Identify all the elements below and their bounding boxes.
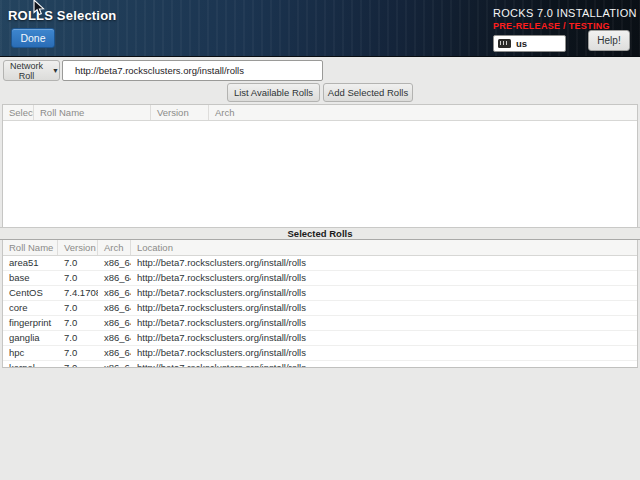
column-header-roll-name[interactable]: Roll Name	[34, 105, 151, 120]
roll-version-cell: 7.4.1708	[58, 286, 98, 300]
chevron-down-icon: ▼	[52, 67, 59, 74]
selected-roll-row[interactable]: core 7.0 x86_64 http://beta7.rockscluste…	[3, 301, 637, 316]
roll-location-cell: http://beta7.rocksclusters.org/install/r…	[131, 271, 637, 285]
roll-arch-cell: x86_64	[98, 316, 131, 330]
keyboard-layout-indicator[interactable]: us	[493, 35, 566, 52]
selected-roll-row[interactable]: kernel 7.0 x86_64 http://beta7.rocksclus…	[3, 361, 637, 368]
roll-location-cell: http://beta7.rocksclusters.org/install/r…	[131, 346, 637, 360]
list-available-rolls-button[interactable]: List Available Rolls	[227, 83, 320, 102]
column-header-select[interactable]: Select	[3, 105, 34, 120]
roll-arch-cell: x86_64	[98, 346, 131, 360]
roll-location-cell: http://beta7.rocksclusters.org/install/r…	[131, 361, 637, 368]
roll-name-cell: core	[3, 301, 58, 315]
selected-roll-row[interactable]: ganglia 7.0 x86_64 http://beta7.rocksclu…	[3, 331, 637, 346]
column-header-version[interactable]: Version	[151, 105, 209, 120]
roll-arch-cell: x86_64	[98, 301, 131, 315]
roll-location-cell: http://beta7.rocksclusters.org/install/r…	[131, 256, 637, 270]
help-button[interactable]: Help!	[588, 30, 630, 51]
product-title: ROCKS 7.0 INSTALLATION	[493, 7, 637, 19]
column-header-roll-name[interactable]: Roll Name	[3, 240, 58, 255]
roll-version-cell: 7.0	[58, 361, 98, 368]
roll-name-cell: CentOS	[3, 286, 58, 300]
available-rolls-table: Select Roll Name Version Arch	[2, 104, 638, 227]
roll-arch-cell: x86_64	[98, 361, 131, 368]
roll-name-cell: base	[3, 271, 58, 285]
selected-roll-row[interactable]: fingerprint 7.0 x86_64 http://beta7.rock…	[3, 316, 637, 331]
roll-version-cell: 7.0	[58, 346, 98, 360]
roll-name-cell: fingerprint	[3, 316, 58, 330]
done-button[interactable]: Done	[11, 28, 55, 48]
roll-version-cell: 7.0	[58, 331, 98, 345]
roll-location-cell: http://beta7.rocksclusters.org/install/r…	[131, 331, 637, 345]
column-header-location[interactable]: Location	[131, 240, 637, 255]
roll-name-cell: hpc	[3, 346, 58, 360]
roll-type-selected-label: Network Roll	[4, 61, 49, 81]
column-header-version[interactable]: Version	[58, 240, 98, 255]
header-bar: ROLLS Selection Done ROCKS 7.0 INSTALLAT…	[0, 0, 640, 57]
roll-location-cell: http://beta7.rocksclusters.org/install/r…	[131, 301, 637, 315]
roll-location-cell: http://beta7.rocksclusters.org/install/r…	[131, 286, 637, 300]
roll-arch-cell: x86_64	[98, 271, 131, 285]
roll-location-cell: http://beta7.rocksclusters.org/install/r…	[131, 316, 637, 330]
roll-version-cell: 7.0	[58, 271, 98, 285]
selected-roll-row[interactable]: area51 7.0 x86_64 http://beta7.rocksclus…	[3, 256, 637, 271]
selected-roll-row[interactable]: hpc 7.0 x86_64 http://beta7.rockscluster…	[3, 346, 637, 361]
selected-rolls-section-title: Selected Rolls	[0, 227, 640, 240]
roll-url-input[interactable]	[62, 60, 323, 81]
add-selected-rolls-button[interactable]: Add Selected Rolls	[323, 83, 413, 102]
roll-version-cell: 7.0	[58, 256, 98, 270]
keyboard-layout-label: us	[516, 38, 527, 49]
roll-arch-cell: x86_64	[98, 286, 131, 300]
column-header-arch[interactable]: Arch	[209, 105, 637, 120]
selected-rolls-header: Roll Name Version Arch Location	[3, 240, 637, 256]
selected-rolls-table: Roll Name Version Arch Location area51 7…	[2, 240, 638, 368]
selected-roll-row[interactable]: CentOS 7.4.1708 x86_64 http://beta7.rock…	[3, 286, 637, 301]
roll-version-cell: 7.0	[58, 301, 98, 315]
available-rolls-header: Select Roll Name Version Arch	[3, 105, 637, 121]
keyboard-icon	[498, 39, 511, 48]
page-title: ROLLS Selection	[8, 8, 116, 23]
selected-roll-row[interactable]: base 7.0 x86_64 http://beta7.rockscluste…	[3, 271, 637, 286]
roll-type-dropdown[interactable]: Network Roll ▼	[3, 60, 60, 81]
roll-name-cell: kernel	[3, 361, 58, 368]
roll-arch-cell: x86_64	[98, 331, 131, 345]
column-header-arch[interactable]: Arch	[98, 240, 131, 255]
roll-version-cell: 7.0	[58, 316, 98, 330]
selected-rolls-body: area51 7.0 x86_64 http://beta7.rocksclus…	[3, 256, 637, 368]
installer-window: ROLLS Selection Done ROCKS 7.0 INSTALLAT…	[0, 0, 640, 480]
roll-name-cell: ganglia	[3, 331, 58, 345]
roll-name-cell: area51	[3, 256, 58, 270]
roll-arch-cell: x86_64	[98, 256, 131, 270]
